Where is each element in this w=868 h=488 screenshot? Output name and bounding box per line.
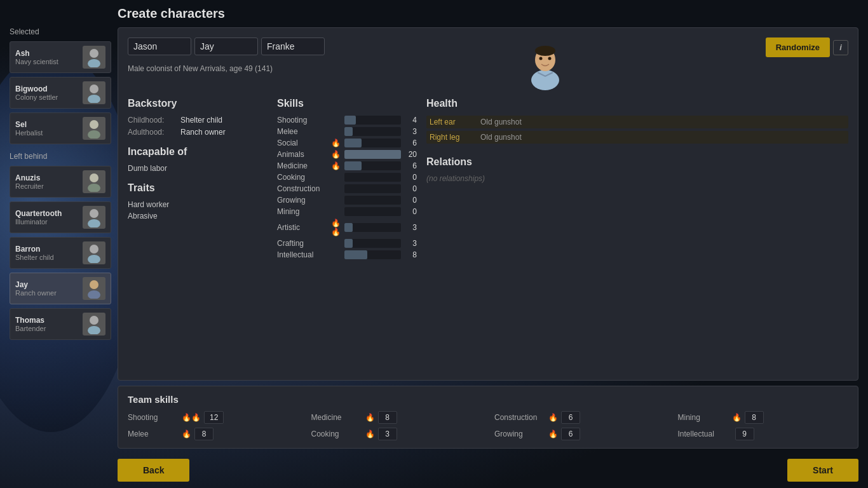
char-role-anuzis: Recruiter — [15, 182, 44, 190]
nick-name-input[interactable] — [194, 37, 258, 55]
skill-value-medicine: 6 — [404, 161, 417, 170]
team-skill-growing: Growing 🔥 6 — [494, 428, 665, 440]
relations-section: Relations (no relationships) — [426, 156, 848, 183]
trait-item-0: Hard worker — [128, 200, 268, 209]
right-panel: Male colonist of New Arrivals, age 49 (1… — [118, 27, 858, 482]
char-avatar-sel — [83, 117, 105, 140]
team-skill-value-growing: 6 — [561, 428, 580, 440]
char-name-sel: Sel — [15, 120, 43, 129]
health-row-left-ear: Left ear Old gunshot — [426, 116, 848, 128]
skill-value-intellectual: 8 — [404, 250, 417, 259]
first-name-input[interactable] — [128, 37, 191, 55]
team-skill-value-construction: 6 — [561, 411, 580, 424]
team-skill-value-cooking: 3 — [378, 428, 397, 440]
skill-value-crafting: 3 — [404, 239, 417, 248]
svg-point-20 — [548, 57, 551, 60]
svg-point-12 — [90, 280, 98, 289]
skill-bar-growing — [344, 196, 401, 205]
skill-name-animals: Animals — [277, 150, 328, 159]
char-card-anuzis[interactable]: Anuzis Recruiter — [10, 166, 111, 198]
svg-point-2 — [90, 85, 98, 93]
team-skill-name-cooking: Cooking — [311, 430, 362, 438]
char-role-sel: Herbalist — [15, 129, 43, 137]
childhood-value: Shelter child — [180, 116, 222, 125]
svg-point-10 — [90, 245, 98, 254]
backstory-title: Backstory — [128, 98, 268, 109]
skill-row-growing: Growing 0 — [277, 196, 417, 205]
char-avatar-jay — [83, 277, 105, 300]
char-card-ash[interactable]: Ash Navy scientist — [10, 41, 111, 73]
skill-bar-shooting — [344, 116, 401, 125]
team-skill-passion-construction: 🔥 — [548, 413, 558, 422]
char-name-anuzis: Anuzis — [15, 173, 44, 182]
char-card-quartertooth[interactable]: Quartertooth Illuminator — [10, 201, 111, 233]
team-skill-name-shooting: Shooting — [128, 413, 179, 422]
info-icon[interactable]: i — [833, 40, 848, 55]
char-name-ash: Ash — [15, 49, 58, 58]
backstory-childhood-row: Childhood: Shelter child — [128, 116, 268, 125]
skills-section: Skills Shooting 4 Melee — [277, 98, 417, 262]
skill-value-shooting: 4 — [404, 116, 417, 125]
skill-bar-animals — [344, 150, 401, 159]
svg-point-1 — [88, 59, 100, 67]
skill-name-growing: Growing — [277, 196, 328, 205]
skill-name-medicine: Medicine — [277, 161, 328, 170]
skill-value-construction: 0 — [404, 184, 417, 193]
skill-row-social: Social 🔥 6 — [277, 139, 417, 147]
start-button[interactable]: Start — [787, 459, 858, 482]
page-title: Create characters — [118, 6, 858, 21]
skill-passion-medicine: 🔥 — [331, 161, 341, 170]
char-avatar-quartertooth — [83, 206, 105, 229]
skill-bar-melee — [344, 127, 401, 136]
svg-point-4 — [90, 120, 98, 129]
name-inputs — [128, 37, 325, 55]
svg-point-8 — [90, 209, 98, 218]
svg-point-15 — [88, 326, 100, 334]
traits-title: Traits — [128, 182, 268, 194]
skill-name-shooting: Shooting — [277, 116, 328, 125]
trait-item-1: Abrasive — [128, 212, 268, 220]
skill-row-intellectual: Intellectual 8 — [277, 250, 417, 259]
traits-section: Traits Hard worker Abrasive — [128, 182, 268, 220]
back-button[interactable]: Back — [118, 459, 189, 482]
skill-passion-social: 🔥 — [331, 139, 341, 147]
skill-row-animals: Animals 🔥 20 — [277, 150, 417, 159]
char-card-barron[interactable]: Barron Shelter child — [10, 237, 111, 269]
team-skills-grid: Shooting 🔥🔥 12 Medicine 🔥 8 Construction… — [128, 411, 848, 440]
char-avatar-thomas — [83, 313, 105, 336]
skill-value-social: 6 — [404, 139, 417, 147]
randomize-button[interactable]: Randomize — [766, 37, 830, 57]
char-card-bigwood[interactable]: Bigwood Colony settler — [10, 77, 111, 109]
skill-row-melee: Melee 3 — [277, 127, 417, 136]
last-name-input[interactable] — [261, 37, 325, 55]
incapable-item-0: Dumb labor — [128, 164, 268, 173]
char-card-thomas[interactable]: Thomas Bartender — [10, 308, 111, 340]
skill-bar-intellectual — [344, 250, 401, 259]
team-skill-value-intellectual: 9 — [735, 428, 754, 440]
skill-name-melee: Melee — [277, 127, 328, 136]
team-skill-cooking: Cooking 🔥 3 — [311, 428, 482, 440]
char-role-ash: Navy scientist — [15, 58, 58, 65]
skill-row-shooting: Shooting 4 — [277, 116, 417, 125]
char-card-jay[interactable]: Jay Ranch owner — [10, 273, 111, 304]
char-role-barron: Shelter child — [15, 254, 54, 261]
skill-passion-animals: 🔥 — [331, 150, 341, 159]
skill-bar-construction — [344, 184, 401, 193]
right-column: Health Left ear Old gunshot Right leg Ol… — [426, 98, 848, 262]
health-part-left-ear: Left ear — [430, 118, 480, 126]
char-card-sel[interactable]: Sel Herbalist — [10, 112, 111, 144]
team-skill-medicine: Medicine 🔥 8 — [311, 411, 482, 424]
adulthood-label: Adulthood: — [128, 128, 175, 137]
adulthood-value: Ranch owner — [180, 128, 226, 137]
health-row-right-leg: Right leg Old gunshot — [426, 131, 848, 144]
skill-name-cooking: Cooking — [277, 173, 328, 182]
team-skill-melee: Melee 🔥 8 — [128, 428, 299, 440]
svg-point-6 — [90, 173, 98, 182]
svg-point-3 — [88, 95, 100, 103]
skill-passion-artistic: 🔥🔥 — [331, 219, 341, 236]
childhood-label: Childhood: — [128, 116, 175, 125]
team-skill-mining: Mining 🔥 8 — [678, 411, 849, 424]
skill-value-mining: 0 — [404, 207, 417, 216]
health-part-right-leg: Right leg — [430, 133, 480, 142]
char-name-bigwood: Bigwood — [15, 85, 58, 93]
